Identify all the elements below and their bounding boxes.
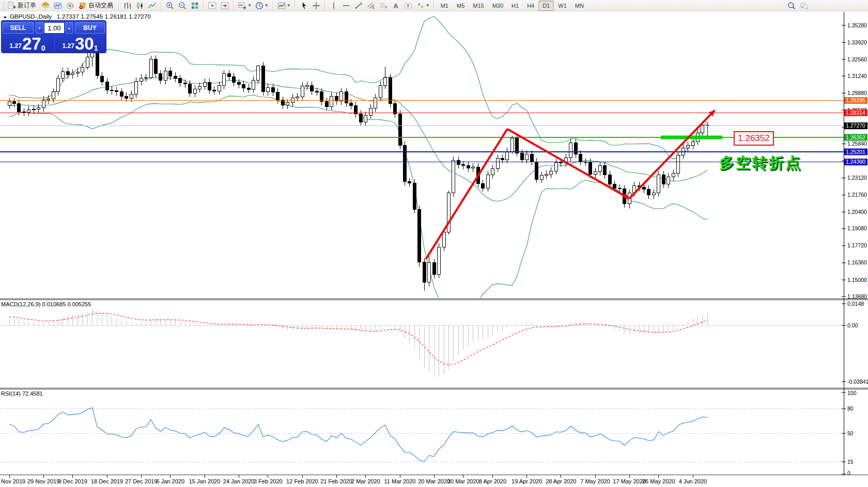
shapes-button[interactable]: ▼	[415, 1, 431, 11]
svg-text:20 Nov 2019: 20 Nov 2019	[0, 478, 25, 484]
svg-text:1.23120: 1.23120	[847, 175, 867, 181]
svg-text:-0.038415: -0.038415	[847, 379, 868, 385]
sell-price[interactable]: 1.27 27 0	[2, 34, 54, 53]
alerts-button[interactable]	[65, 1, 76, 11]
new-order-button[interactable]: 新订单	[6, 1, 39, 11]
svg-text:29 Nov 2019: 29 Nov 2019	[27, 478, 59, 484]
green-segment[interactable]	[661, 136, 722, 139]
period-clock-button[interactable]: ▼	[254, 1, 270, 11]
timeframe-m30-button[interactable]: M30	[488, 1, 507, 11]
crosshair-button[interactable]	[311, 1, 322, 11]
fibonacci-button[interactable]: F	[378, 1, 389, 11]
svg-text:1.25840: 1.25840	[847, 140, 867, 147]
svg-text:1.21760: 1.21760	[847, 192, 867, 198]
new-chart-icon	[238, 1, 247, 10]
new-chart-button[interactable]: ▼	[237, 1, 253, 11]
timeframe-d1-button[interactable]: D1	[538, 1, 554, 11]
zoom-in-button[interactable]	[164, 1, 176, 11]
svg-text:E: E	[372, 6, 374, 9]
chart-shift-icon	[220, 1, 229, 10]
bar-chart-icon	[123, 1, 132, 10]
rsi-label: RSI(14) 72.4581	[1, 390, 43, 397]
cursor-button[interactable]	[298, 1, 309, 11]
sell-button[interactable]: SELL	[3, 22, 34, 34]
svg-text:6 Jan 2020: 6 Jan 2020	[157, 478, 184, 484]
trend-line-button[interactable]	[353, 1, 364, 11]
toolbar-grip[interactable]	[3, 2, 5, 10]
line-chart-button[interactable]	[147, 1, 158, 11]
svg-text:1.17720: 1.17720	[847, 242, 867, 248]
search-button[interactable]	[786, 1, 797, 11]
timeframe-m1-button[interactable]: M1	[437, 1, 453, 11]
svg-text:8 Apr 2020: 8 Apr 2020	[479, 478, 506, 484]
collapse-panel-icon[interactable]: ▲	[3, 14, 7, 19]
timeframe-m5-button[interactable]: M5	[453, 1, 469, 11]
toolbar-separator	[118, 1, 119, 10]
svg-text:15: 15	[847, 459, 854, 465]
svg-text:1.32560: 1.32560	[847, 56, 867, 62]
buy-price[interactable]: 1.27 30 1	[54, 34, 106, 53]
auto-trading-icon	[78, 1, 87, 10]
svg-text:4 Jun 2020: 4 Jun 2020	[679, 478, 707, 484]
svg-text:1.19080: 1.19080	[847, 225, 867, 231]
search-icon	[787, 1, 796, 10]
svg-text:20 Mar 2020: 20 Mar 2020	[418, 478, 450, 484]
buy-price-small: 1.27	[63, 42, 74, 50]
toolbar-separator	[161, 1, 162, 10]
chevron-down-icon[interactable]: ▼	[247, 3, 252, 8]
auto-trading-button[interactable]: 自动交易	[77, 1, 116, 11]
equidistant-channel-button[interactable]: E	[365, 1, 377, 11]
line-chart-icon	[148, 1, 157, 10]
sell-price-pip: 0	[41, 44, 45, 52]
volume-increment-button[interactable]: ▲	[65, 22, 73, 34]
bar-chart-button[interactable]	[122, 1, 133, 11]
svg-text:1.13680: 1.13680	[847, 293, 867, 300]
svg-text:A: A	[393, 2, 398, 9]
chart-template-button[interactable]: ▼	[276, 1, 292, 11]
buy-button[interactable]: BUY	[75, 22, 105, 34]
text-label-button[interactable]: T	[402, 1, 414, 11]
svg-text:7 May 2020: 7 May 2020	[580, 478, 610, 484]
trend-line-icon	[354, 1, 363, 10]
text-button[interactable]: A	[390, 1, 401, 11]
svg-text:1.29295: 1.29295	[846, 97, 865, 103]
chevron-down-icon[interactable]: ▼	[287, 3, 291, 8]
symbol-period-label: GBPUSD-,Daily	[10, 13, 52, 20]
chat-button[interactable]	[798, 1, 810, 11]
svg-text:9 Dec 2019: 9 Dec 2019	[58, 478, 87, 484]
svg-text:12 Feb 2020: 12 Feb 2020	[286, 478, 318, 484]
chart-shift-button[interactable]	[219, 1, 230, 11]
zoom-out-button[interactable]	[177, 1, 188, 11]
horizontal-line-icon	[342, 1, 351, 10]
one-click-trading-panel: SELL ▼ 1.00 ▲ BUY 1.27 27 0 1.27 30 1	[2, 21, 106, 53]
svg-text:30 Mar 2020: 30 Mar 2020	[447, 478, 479, 484]
auto-scroll-button[interactable]	[207, 1, 218, 11]
timeframe-w1-button[interactable]: W1	[554, 1, 571, 11]
toolbar-separator	[433, 1, 435, 10]
timeframe-h4-button[interactable]: H4	[523, 1, 538, 11]
horizontal-line-button[interactable]	[340, 1, 352, 11]
volume-decrement-button[interactable]: ▼	[36, 22, 43, 34]
chevron-down-icon[interactable]: ▼	[265, 3, 269, 8]
market-watch-button[interactable]	[40, 1, 51, 11]
market-watch-icon	[41, 1, 50, 10]
chart-area[interactable]: 1.352801.339201.325601.312401.298801.285…	[0, 0, 868, 487]
tile-windows-button[interactable]	[189, 1, 200, 11]
svg-text:18 Dec 2019: 18 Dec 2019	[91, 478, 123, 484]
chart-template-icon	[277, 1, 286, 10]
svg-text:1.28314: 1.28314	[846, 109, 865, 116]
sell-price-big: 27	[22, 36, 41, 52]
vertical-line-button[interactable]	[328, 1, 339, 11]
svg-text:15 Jan 2020: 15 Jan 2020	[189, 478, 221, 484]
timeframe-mn-button[interactable]: MN	[571, 1, 588, 11]
timeframe-h1-button[interactable]: H1	[507, 1, 523, 11]
navigator-icon	[53, 1, 63, 10]
svg-text:1.25201: 1.25201	[846, 149, 865, 155]
svg-text:1.33920: 1.33920	[847, 39, 867, 45]
candlestick-chart-button[interactable]	[134, 1, 146, 11]
navigator-button[interactable]	[52, 1, 64, 11]
timeframe-m15-button[interactable]: M15	[469, 1, 488, 11]
chevron-down-icon[interactable]: ▼	[426, 3, 430, 8]
volume-input[interactable]: 1.00	[44, 22, 65, 34]
chart-title: ▲ GBPUSD-,Daily 1.27337 1.27545 1.26181 …	[3, 13, 151, 20]
